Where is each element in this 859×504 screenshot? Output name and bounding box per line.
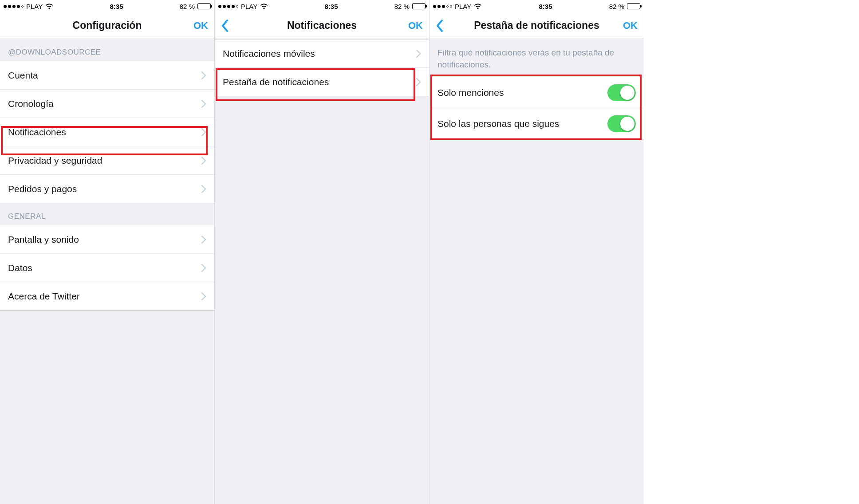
row-pestana-notif[interactable]: Pestaña de notificaciones bbox=[215, 68, 429, 96]
status-bar: PLAY 8:35 82 % bbox=[430, 0, 644, 12]
back-button[interactable] bbox=[221, 19, 229, 32]
signal-dots bbox=[4, 5, 24, 8]
chevron-right-icon bbox=[201, 185, 206, 193]
battery-percent: 82 % bbox=[609, 3, 624, 10]
status-bar: PLAY 8:35 82 % bbox=[215, 0, 429, 12]
chevron-right-icon bbox=[201, 235, 206, 244]
row-label: Acerca de Twitter bbox=[8, 291, 80, 302]
row-acerca[interactable]: Acerca de Twitter bbox=[0, 282, 214, 311]
toggle-solo-sigues[interactable] bbox=[607, 115, 636, 132]
ok-button[interactable]: OK bbox=[193, 20, 208, 32]
chevron-right-icon bbox=[416, 78, 421, 87]
battery-percent: 82 % bbox=[180, 3, 195, 10]
row-privacidad[interactable]: Privacidad y seguridad bbox=[0, 146, 214, 175]
toggle-solo-menciones[interactable] bbox=[607, 84, 636, 101]
carrier-label: PLAY bbox=[26, 3, 43, 10]
page-title: Pestaña de notificaciones bbox=[430, 20, 644, 32]
clock: 8:35 bbox=[539, 3, 552, 10]
screen-pestana-notificaciones: PLAY 8:35 82 % Pestaña de notificaciones… bbox=[430, 0, 644, 504]
row-solo-sigues: Solo las personas que sigues bbox=[430, 108, 644, 139]
row-pedidos[interactable]: Pedidos y pagos bbox=[0, 175, 214, 203]
wifi-icon bbox=[45, 3, 53, 9]
battery-icon bbox=[197, 3, 211, 9]
section-header-user: @DOWNLOADSOURCEE bbox=[0, 39, 214, 61]
row-notificaciones[interactable]: Notificaciones bbox=[0, 118, 214, 146]
section-header-general: GENERAL bbox=[0, 203, 214, 225]
wifi-icon bbox=[260, 3, 268, 9]
carrier-label: PLAY bbox=[455, 3, 471, 10]
page-title: Configuración bbox=[0, 20, 214, 32]
page-title: Notificaciones bbox=[215, 20, 429, 32]
list-toggles: Solo menciones Solo las personas que sig… bbox=[430, 77, 644, 139]
signal-dots bbox=[218, 5, 238, 8]
row-label: Cuenta bbox=[8, 70, 38, 81]
signal-dots bbox=[433, 5, 452, 8]
row-label: Pedidos y pagos bbox=[8, 184, 77, 194]
status-bar: PLAY 8:35 82 % bbox=[0, 0, 214, 12]
clock: 8:35 bbox=[325, 3, 338, 10]
list-notif-settings: Notificaciones móviles Pestaña de notifi… bbox=[215, 39, 429, 96]
row-cronologia[interactable]: Cronología bbox=[0, 90, 214, 118]
nav-header: Notificaciones OK bbox=[215, 12, 429, 39]
carrier-label: PLAY bbox=[241, 3, 257, 10]
row-label: Pantalla y sonido bbox=[8, 234, 79, 245]
row-label: Notificaciones bbox=[8, 127, 66, 138]
chevron-right-icon bbox=[416, 49, 421, 58]
row-label: Cronología bbox=[8, 98, 54, 109]
battery-icon bbox=[412, 3, 426, 9]
row-datos[interactable]: Datos bbox=[0, 254, 214, 282]
list-user-settings: Cuenta Cronología Notificaciones Privaci… bbox=[0, 61, 214, 203]
chevron-right-icon bbox=[201, 128, 206, 137]
nav-header: Pestaña de notificaciones OK bbox=[430, 12, 644, 39]
screen-configuracion: PLAY 8:35 82 % Configuración OK @DOWNLOA… bbox=[0, 0, 215, 504]
battery-percent: 82 % bbox=[394, 3, 410, 10]
nav-header: Configuración OK bbox=[0, 12, 214, 39]
wifi-icon bbox=[474, 3, 482, 9]
row-label: Solo las personas que sigues bbox=[437, 118, 559, 129]
back-button[interactable] bbox=[436, 19, 444, 32]
chevron-right-icon bbox=[201, 156, 206, 165]
row-label: Privacidad y seguridad bbox=[8, 155, 102, 166]
chevron-right-icon bbox=[201, 264, 206, 272]
row-notif-moviles[interactable]: Notificaciones móviles bbox=[215, 39, 429, 68]
row-label: Solo menciones bbox=[437, 87, 504, 98]
row-label: Pestaña de notificaciones bbox=[223, 77, 329, 87]
blank-area bbox=[644, 0, 859, 504]
battery-icon bbox=[627, 3, 640, 9]
list-general-settings: Pantalla y sonido Datos Acerca de Twitte… bbox=[0, 225, 214, 311]
row-solo-menciones: Solo menciones bbox=[430, 77, 644, 108]
clock: 8:35 bbox=[110, 3, 123, 10]
ok-button[interactable]: OK bbox=[623, 20, 638, 32]
row-pantalla[interactable]: Pantalla y sonido bbox=[0, 225, 214, 254]
chevron-right-icon bbox=[201, 99, 206, 108]
filter-info-text: Filtra qué notificaciones verás en tu pe… bbox=[430, 39, 644, 77]
ok-button[interactable]: OK bbox=[408, 20, 423, 32]
chevron-right-icon bbox=[201, 292, 206, 301]
screen-notificaciones: PLAY 8:35 82 % Notificaciones OK Notific… bbox=[215, 0, 430, 504]
row-label: Datos bbox=[8, 263, 32, 273]
row-label: Notificaciones móviles bbox=[223, 48, 315, 59]
chevron-right-icon bbox=[201, 71, 206, 80]
row-cuenta[interactable]: Cuenta bbox=[0, 61, 214, 90]
